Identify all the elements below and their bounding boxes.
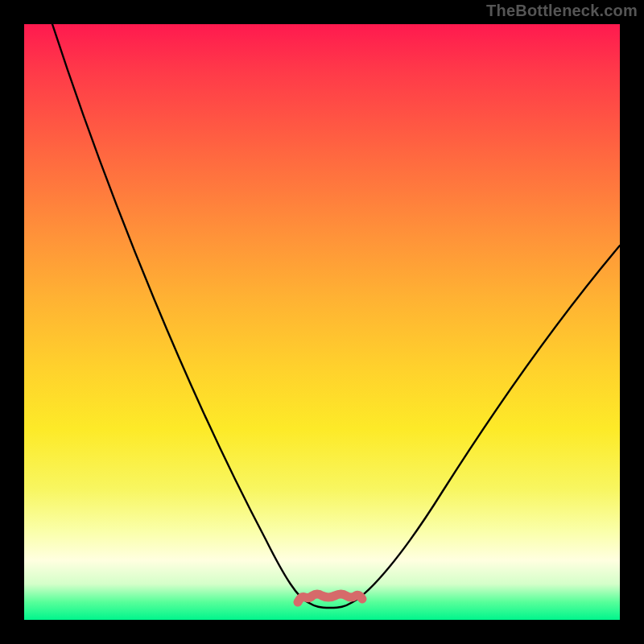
chart-svg [24,24,620,620]
chart-frame: TheBottleneck.com [0,0,644,644]
bottleneck-curve-line [52,24,620,608]
watermark-label: TheBottleneck.com [486,2,638,20]
chart-plot-area [24,24,620,620]
optimal-band-marker [298,594,362,602]
